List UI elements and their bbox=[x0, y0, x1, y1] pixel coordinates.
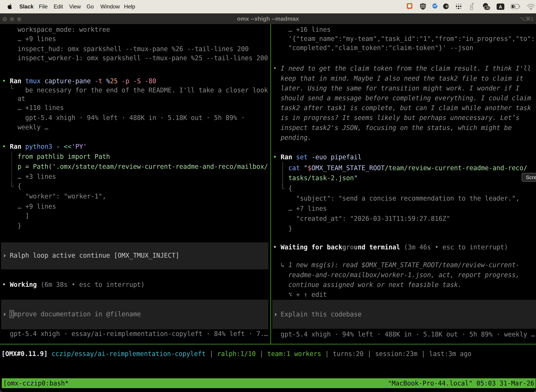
menu-item-slack[interactable]: Slack bbox=[19, 0, 34, 13]
menu-item-edit[interactable]: Edit bbox=[54, 0, 63, 13]
terminal-line: } bbox=[18, 221, 21, 231]
terminal-line: is in progress? It seems likely but perh… bbox=[281, 113, 519, 123]
terminal-line: later. Using the same for transition mig… bbox=[281, 83, 519, 93]
dots-grid-icon[interactable] bbox=[456, 3, 462, 10]
terminal-line: … +9 lines bbox=[18, 34, 56, 44]
terminal-line: "completed","claim_token":"claim-token"}… bbox=[288, 43, 474, 53]
indent-guide bbox=[12, 151, 12, 183]
terminal-line: • Ran python3 - <<'PY' bbox=[2, 142, 87, 152]
terminal-line: "worker": "worker-1", bbox=[25, 191, 106, 201]
terminal-line: be necessary for the end of the README. … bbox=[25, 85, 268, 95]
terminal-line: … +16 lines bbox=[288, 25, 331, 35]
terminal-line: └ bbox=[281, 183, 284, 193]
analytics-zigzag-icon[interactable] bbox=[432, 3, 438, 10]
tmux-pane-divider[interactable] bbox=[270, 24, 271, 344]
terminal-line: Improve documentation in @filename bbox=[10, 309, 141, 319]
terminal-line: tasks/task-2.json" bbox=[288, 173, 358, 183]
text-cursor[interactable]: I bbox=[10, 310, 14, 318]
window-titlebar: omx --xhigh --madmax ⌥⌘1 bbox=[0, 13, 536, 24]
terminal-line: p = Path('.omx/state/team/review-current… bbox=[18, 162, 268, 172]
recording-indicator-icon[interactable] bbox=[407, 3, 412, 10]
terminal-line: … +110 lines bbox=[18, 103, 64, 113]
terminal-line: } bbox=[288, 224, 292, 233]
terminal-line: cat "$OMX_TEAM_STATE_ROOT/team/review-cu… bbox=[288, 163, 527, 173]
terminal-line: '{"team_name":"my-team","task_id":"1","f… bbox=[288, 34, 535, 44]
terminal-line: … +3 lines bbox=[18, 172, 56, 182]
terminal-line: workspace_mode: worktree bbox=[18, 25, 110, 35]
tmux-hud-divider bbox=[0, 344, 536, 344]
terminal-line: { bbox=[18, 181, 21, 191]
menu-item-window[interactable]: Window bbox=[100, 0, 120, 13]
screen-share-label: Scre bbox=[526, 174, 536, 180]
window-title: omx --xhigh --madmax bbox=[0, 14, 536, 24]
terminal-line: ⌥ + ↑ edit bbox=[288, 289, 327, 300]
battery-badge-61[interactable]: ..61 bbox=[483, 3, 490, 10]
terminal-line: • Ran set -euo pipefail bbox=[273, 152, 362, 162]
battery-badge-label: ..61 bbox=[485, 6, 490, 9]
menu-item-view[interactable]: View bbox=[69, 0, 81, 13]
terminal-line: ↳ 1 new msg(s): read $OMX_TEAM_STATE_ROO… bbox=[281, 260, 519, 270]
terminal-line: └ bbox=[10, 84, 14, 93]
terminal-line: weekly … bbox=[18, 122, 48, 132]
terminal-line: gpt-5.4 xhigh · 94% left · 488K in · 5.1… bbox=[25, 113, 245, 123]
terminal-line: • Waiting for background terminal (3m 46… bbox=[273, 242, 508, 252]
terminal-line: › bbox=[3, 250, 6, 261]
window-shortcut-badge: ⌥⌘1 bbox=[520, 14, 534, 24]
terminal-line: pending. bbox=[281, 133, 311, 143]
shield-grid-icon[interactable] bbox=[420, 3, 426, 10]
keyboard-layout-label: A bbox=[499, 4, 502, 9]
terminal-line: Explain this codebase bbox=[281, 309, 362, 319]
terminal-line: └ bbox=[10, 181, 14, 191]
terminal-line: • Working (6m 38s • esc to interrupt) bbox=[2, 280, 145, 289]
terminal-line: { bbox=[288, 183, 292, 193]
terminal-line: gpt-5.4 xhigh · essay/ai-reimplementatio… bbox=[10, 329, 268, 339]
terminal-line: "subject": "send a concise recommendatio… bbox=[296, 193, 519, 203]
menu-bar: ..61 A SlackFileEditViewGoWindowHelp bbox=[0, 0, 536, 13]
terminal-line: continue assigned work or next feasible … bbox=[288, 280, 462, 290]
terminal-line: › bbox=[274, 309, 278, 319]
apple-icon[interactable] bbox=[7, 4, 12, 9]
omx-status-line: [OMX#0.11.9] cczip/essay/ai-reimplementa… bbox=[0, 349, 536, 359]
terminal-line: gpt-5.4 xhigh · 94% left · 488K in · 5.1… bbox=[281, 329, 535, 339]
tmux-pane-left: workspace_mode: worktree… +9 linesinspec… bbox=[0, 24, 270, 344]
terminal-window: omx --xhigh --madmax ⌥⌘1 workspace_mode:… bbox=[0, 13, 536, 392]
terminal-line: • I need to get the claim token from the… bbox=[273, 63, 531, 73]
terminal-line: keep that in mind. Maybe I also need the… bbox=[281, 73, 523, 84]
terminal-line: › bbox=[3, 309, 6, 319]
terminal-line: task2 after task1 is complete, but can I… bbox=[281, 103, 531, 113]
menu-item-go[interactable]: Go bbox=[86, 0, 94, 13]
terminal-content[interactable]: workspace_mode: worktree… +9 linesinspec… bbox=[0, 24, 536, 392]
terminal-line: … +9 lines bbox=[18, 201, 56, 211]
keyboard-layout-a-icon[interactable]: A bbox=[497, 4, 504, 10]
terminal-line: ] bbox=[25, 211, 29, 221]
omx-status-text: [OMX#0.11.9] cczip/essay/ai-reimplementa… bbox=[1, 349, 471, 359]
terminal-line: inspect task2's JSON, focusing on the st… bbox=[281, 123, 512, 133]
terminal-line: inspect_hud: omx sparkshell --tmux-pane … bbox=[18, 44, 249, 54]
terminal-line: inspect_worker-1: omx sparkshell --tmux-… bbox=[18, 53, 268, 63]
tmux-pane-right: … +16 lines'{"team_name":"my-team","task… bbox=[271, 24, 536, 344]
terminal-line: … +7 lines bbox=[288, 204, 327, 214]
tmux-host-clock: "MacBook-Pro-44.local" 05:03 31-Mar-26 bbox=[388, 378, 534, 388]
wifi-icon[interactable] bbox=[527, 4, 535, 10]
terminal-line: "created_at": "2026-03-31T11:59:27.816Z" bbox=[296, 214, 450, 224]
terminal-line: should send a message before completing … bbox=[281, 93, 531, 103]
screen-share-button[interactable]: Scre bbox=[522, 173, 536, 182]
terminal-line: Ralph loop active continue [OMX_TMUX_INJ… bbox=[10, 250, 179, 261]
terminal-line: • Ran tmux capture-pane -t %25 -p -S -80 bbox=[2, 76, 156, 86]
screen: ..61 A SlackFileEditViewGoWindowHelp bbox=[0, 0, 536, 392]
tmux-session-label: [omx-cczip0:bash* bbox=[3, 378, 69, 388]
terminal-line: readme-and-reco/mailbox/worker-1.json, a… bbox=[288, 270, 520, 280]
camera-dial-icon[interactable] bbox=[443, 3, 449, 9]
wireguard-dragon-icon[interactable] bbox=[469, 3, 474, 10]
terminal-line: at bbox=[18, 93, 25, 104]
terminal-line: from pathlib import Path bbox=[18, 152, 110, 162]
battery-charging-icon[interactable] bbox=[511, 4, 520, 9]
tmux-status-bar: [omx-cczip0:bash* "MacBook-Pro-44.local"… bbox=[2, 378, 536, 388]
indent-guide bbox=[282, 162, 283, 186]
menu-item-file[interactable]: File bbox=[39, 0, 48, 13]
menu-item-help[interactable]: Help bbox=[124, 0, 135, 13]
